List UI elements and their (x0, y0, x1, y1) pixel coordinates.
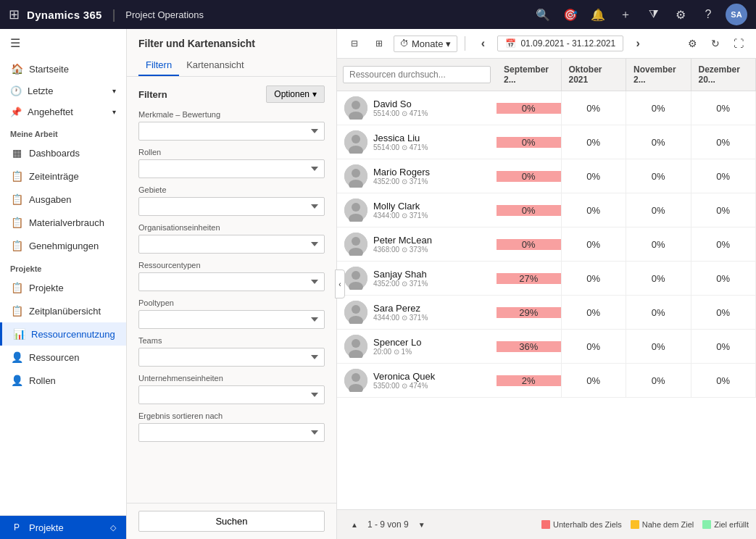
settings-icon[interactable]: ⚙ (670, 4, 691, 25)
svg-point-16 (352, 271, 360, 280)
sidebar-item-rollen[interactable]: 👤 Rollen (0, 369, 126, 392)
select-org[interactable] (138, 235, 325, 254)
avatar (344, 267, 367, 290)
cell-sep: 0% (497, 91, 562, 125)
bell-icon[interactable]: 🔔 (588, 4, 608, 25)
refresh-btn[interactable]: ↻ (705, 33, 726, 54)
sidebar-item-zeiteintraege[interactable]: 📋 Zeiteinträge (0, 164, 126, 188)
cell-nov: 0% (626, 262, 691, 295)
top-nav: ⊞ Dynamics 365 | Project Operations 🔍 🎯 … (0, 0, 756, 29)
filter-icon[interactable]: ⧩ (643, 4, 663, 25)
target-icon[interactable]: 🎯 (560, 4, 581, 25)
select-ressourcentypen[interactable] (138, 272, 325, 291)
filter-section-ergebnis: Ergebnis sortieren nach (138, 411, 325, 442)
sidebar-item-ressourcennutzung[interactable]: 📊 Ressourcennutzung (0, 322, 126, 346)
resource-info: Sara Perez 4344:00 ⊙ 371% (337, 296, 497, 328)
brand-title: Dynamics 365 (27, 9, 102, 21)
plus-icon[interactable]: ＋ (615, 4, 636, 25)
cell-nov: 0% (626, 330, 691, 363)
toolbar-settings: ⚙ ↻ ⛶ (682, 33, 749, 54)
sidebar-item-dashboards[interactable]: ▦ Dashboards (0, 141, 126, 164)
search-button[interactable]: Suchen (138, 511, 325, 532)
sidebar-item-projekte[interactable]: 📋 Projekte (0, 276, 126, 299)
sidebar-item-ausgaben[interactable]: 📋 Ausgaben (0, 188, 126, 211)
filter-panel-title: Filter und Kartenansicht (127, 29, 336, 49)
sidebar-item-genehmigungen[interactable]: 📋 Genehmigungen (0, 234, 126, 257)
select-gebiete[interactable] (138, 197, 325, 216)
cell-okt: 0% (562, 193, 627, 227)
table-row: Spencer Lo 20:00 ⊙ 1% 36% 0% 0% 0% (337, 330, 756, 364)
options-button[interactable]: Optionen ▾ (266, 85, 325, 103)
cell-dez: 0% (691, 193, 757, 227)
resources-icon: 👤 (10, 351, 23, 363)
toggle-rows-btn-2[interactable]: ⊞ (369, 33, 389, 54)
resource-name: Sanjay Shah (373, 269, 428, 280)
help-icon[interactable]: ? (698, 4, 718, 25)
sidebar-item-ressourcen[interactable]: 👤 Ressourcen (0, 346, 126, 369)
filter-tabs: Filtern Kartenansicht (127, 49, 336, 77)
avatar (344, 130, 367, 154)
resource-name: Spencer Lo (373, 337, 422, 348)
sidebar-bottom-projekte[interactable]: P Projekte ◇ (0, 515, 126, 539)
filter-section-pooltypen: Pooltypen (138, 298, 325, 329)
grid-icon[interactable]: ⊞ (9, 7, 20, 22)
search-icon[interactable]: 🔍 (533, 4, 553, 25)
select-pooltypen[interactable] (138, 310, 325, 329)
resource-info: Mario Rogers 4352:00 ⊙ 371% (337, 160, 497, 192)
col-header-nov: November 2... (626, 59, 691, 91)
next-period-btn[interactable]: › (628, 33, 648, 54)
svg-point-1 (352, 101, 360, 109)
avatar (344, 369, 367, 392)
sidebar-item-angeheftet[interactable]: 📌 Angeheftet ▾ (0, 101, 126, 122)
filter-panel-collapse-btn[interactable]: ‹ (335, 270, 345, 298)
select-rollen[interactable] (138, 159, 325, 178)
user-avatar[interactable]: SA (726, 4, 747, 25)
label-ressourcentypen: Ressourcentypen (138, 261, 325, 270)
svg-point-19 (352, 305, 360, 314)
cell-nov: 0% (626, 227, 691, 261)
fullscreen-btn[interactable]: ⛶ (728, 33, 749, 54)
select-teams[interactable] (138, 348, 325, 367)
avatar (344, 199, 367, 222)
prev-page-btn[interactable]: ▲ (344, 514, 365, 535)
toggle-rows-btn[interactable]: ⊟ (344, 33, 365, 54)
cell-dez: 0% (691, 296, 757, 329)
sidebar-item-materialverbrauch[interactable]: 📋 Materialverbrauch (0, 211, 126, 234)
clock-small-icon: ⏱ (400, 38, 409, 49)
cell-highlighted: 27% (497, 273, 561, 284)
section-meine-arbeit: Meine Arbeit (0, 122, 126, 141)
months-label: Monate (412, 38, 443, 49)
select-ergebnis[interactable] (138, 423, 325, 442)
home-icon: 🏠 (10, 63, 23, 75)
label-teams: Teams (138, 336, 325, 345)
sidebar-item-startseite[interactable]: 🏠 Startseite (0, 57, 126, 80)
resource-name: Veronica Quek (373, 371, 435, 382)
select-unternehmenseinheiten[interactable] (138, 385, 325, 404)
grid-settings-btn[interactable]: ⚙ (682, 33, 702, 54)
label-pooltypen: Pooltypen (138, 298, 325, 307)
section-projekte: Projekte (0, 257, 126, 276)
months-selector[interactable]: ⏱ Monate ▾ (394, 35, 457, 52)
search-cell[interactable] (337, 59, 497, 91)
cell-dez: 0% (691, 262, 757, 295)
filter-section-unternehmenseinheiten: Unternehmenseinheiten (138, 374, 325, 404)
sidebar-item-zeitplanubersicht[interactable]: 📋 Zeitplanübersicht (0, 299, 126, 322)
calendar-icon: 📅 (505, 38, 516, 49)
resource-info: Jessica Liu 5514:00 ⊙ 471% (337, 126, 497, 158)
tab-kartenansicht[interactable]: Kartenansicht (179, 55, 252, 76)
next-page-btn[interactable]: ▼ (412, 514, 432, 535)
resource-info: Molly Clark 4344:00 ⊙ 371% (337, 194, 497, 226)
sidebar-label-zeitplanubersicht: Zeitplanübersicht (29, 306, 101, 317)
resource-name: Molly Clark (373, 201, 428, 212)
hamburger-icon[interactable]: ☰ (0, 29, 126, 57)
select-merkmale[interactable] (138, 122, 325, 141)
sidebar-label-projekte: Projekte (29, 283, 64, 293)
date-range-selector[interactable]: 📅 01.09.2021 - 31.12.2021 (497, 35, 623, 51)
resource-search-input[interactable] (343, 66, 491, 83)
tab-filtern[interactable]: Filtern (138, 55, 179, 76)
sidebar-item-letzte[interactable]: 🕐 Letzte ▾ (0, 80, 126, 101)
label-ergebnis: Ergebnis sortieren nach (138, 411, 325, 420)
svg-point-7 (352, 169, 360, 177)
cell-nov: 0% (626, 125, 691, 159)
prev-period-btn[interactable]: ‹ (473, 33, 493, 54)
